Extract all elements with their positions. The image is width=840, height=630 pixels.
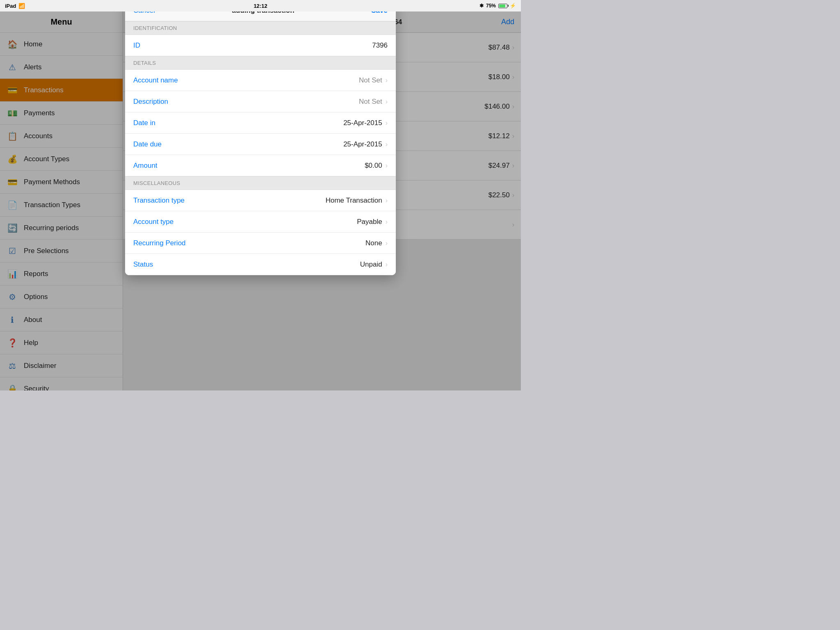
status-row[interactable]: Status Unpaid › [125, 254, 396, 275]
description-value: Not Set [359, 98, 382, 106]
date-in-row[interactable]: Date in 25-Apr-2015 › [125, 112, 396, 134]
id-row[interactable]: ID 7396 [125, 35, 396, 56]
ipad-label: iPad [5, 3, 16, 9]
misc-section-header: MISCELLANEOUS [125, 176, 396, 190]
date-due-row[interactable]: Date due 25-Apr-2015 › [125, 134, 396, 155]
amount-row[interactable]: Amount $0.00 › [125, 155, 396, 176]
details-section-header: DETAILS [125, 56, 396, 70]
status-bar-right: ✱ 75% ⚡ [479, 3, 516, 9]
chevron-icon: › [386, 119, 388, 127]
date-due-value: 25-Apr-2015 [343, 140, 382, 148]
account-name-label: Account name [133, 76, 359, 84]
date-due-label: Date due [133, 140, 343, 148]
amount-value: $0.00 [365, 162, 382, 170]
date-in-value: 25-Apr-2015 [343, 119, 382, 127]
charging-icon: ⚡ [510, 3, 516, 9]
chevron-icon: › [386, 218, 388, 226]
transaction-type-label: Transaction type [133, 196, 326, 205]
transaction-type-value: Home Transaction [326, 196, 382, 205]
transaction-type-row[interactable]: Transaction type Home Transaction › [125, 190, 396, 211]
account-type-label: Account type [133, 218, 357, 226]
chevron-icon: › [386, 240, 388, 247]
description-label: Description [133, 98, 359, 106]
account-name-value: Not Set [359, 76, 382, 84]
id-label: ID [133, 41, 372, 50]
identification-section-header: IDENTIFICATION [125, 21, 396, 35]
chevron-icon: › [386, 77, 388, 84]
battery-icon [498, 4, 507, 8]
date-in-label: Date in [133, 119, 343, 127]
status-bar-left: iPad 📶 [5, 3, 25, 9]
chevron-icon: › [386, 98, 388, 105]
bluetooth-icon: ✱ [479, 3, 484, 9]
recurring-period-value: None [365, 239, 382, 247]
status-bar: iPad 📶 12:12 ✱ 75% ⚡ [0, 0, 521, 11]
account-type-value: Payable [357, 218, 382, 226]
status-value: Unpaid [360, 260, 382, 269]
chevron-icon: › [386, 261, 388, 268]
wifi-icon: 📶 [18, 3, 25, 9]
account-name-row[interactable]: Account name Not Set › [125, 70, 396, 91]
chevron-icon: › [386, 162, 388, 169]
id-value: 7396 [372, 41, 388, 50]
modal-overlay: Cancel adding transaction Save IDENTIFIC… [0, 0, 521, 390]
add-transaction-modal: Cancel adding transaction Save IDENTIFIC… [125, 0, 396, 275]
chevron-icon: › [386, 141, 388, 148]
account-type-row[interactable]: Account type Payable › [125, 211, 396, 233]
recurring-period-label: Recurring Period [133, 239, 365, 247]
description-row[interactable]: Description Not Set › [125, 91, 396, 112]
battery-percent: 75% [486, 3, 496, 9]
recurring-period-row[interactable]: Recurring Period None › [125, 233, 396, 254]
status-label: Status [133, 260, 360, 269]
status-bar-time: 12:12 [253, 3, 267, 9]
chevron-icon: › [386, 197, 388, 204]
amount-label: Amount [133, 162, 365, 170]
